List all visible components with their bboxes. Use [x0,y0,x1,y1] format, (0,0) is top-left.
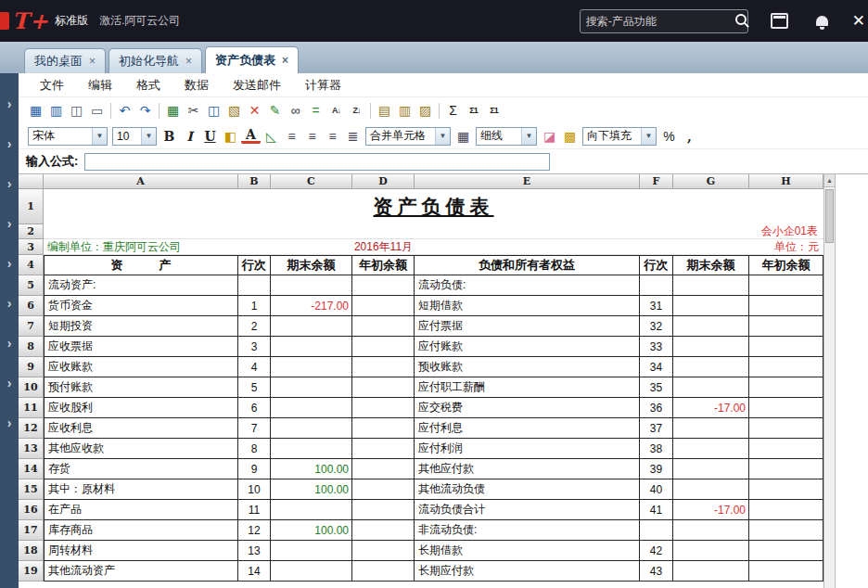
cell-a15[interactable]: 其中：原材料 [44,479,238,500]
row-header-4[interactable]: 4 [19,255,44,275]
row-header-6[interactable]: 6 [19,296,44,316]
cell-d6[interactable] [352,296,415,316]
align-center-icon[interactable]: ≡ [302,127,322,146]
cell-d17[interactable] [352,520,415,541]
cell-a17[interactable]: 库存商品 [44,520,238,541]
cell-e12[interactable]: 应付利息 [415,418,640,439]
cell-g8[interactable] [673,337,749,357]
row-header-19[interactable]: 19 [19,561,44,582]
paste-link-icon[interactable]: ▥ [395,101,415,120]
paste-format-icon[interactable]: ▨ [415,101,435,120]
row-header-11[interactable]: 11 [19,398,44,418]
cell-b17[interactable]: 12 [238,520,271,541]
merge-cells-select[interactable]: 合并单元格▼ [365,127,451,146]
row-header-10[interactable]: 10 [19,377,44,398]
underline-icon[interactable]: U [200,127,220,146]
row-header-13[interactable]: 13 [19,439,44,459]
cell-d12[interactable] [352,418,415,439]
cell-c5[interactable] [271,275,352,296]
cell-f8[interactable]: 33 [640,337,673,357]
cell-d9[interactable] [352,357,415,377]
cell-h8[interactable] [749,337,823,357]
cell-c9[interactable] [271,357,352,377]
select-all-corner[interactable] [19,174,44,189]
redo-icon[interactable]: ↷ [135,101,155,120]
cell-h10[interactable] [749,377,823,398]
cell-c15[interactable]: 100.00 [271,479,352,500]
cell-b11[interactable]: 6 [238,398,271,418]
tab-close-icon[interactable]: × [89,55,96,68]
cell-b15[interactable]: 10 [238,479,271,500]
cell-a13[interactable]: 其他应收款 [44,439,238,459]
cell-b16[interactable]: 11 [238,500,271,520]
cell-b14[interactable]: 9 [238,459,271,479]
cell-f5[interactable] [640,275,673,296]
print-preview-icon[interactable]: ◫ [67,101,86,120]
cell-e11[interactable]: 应交税费 [415,398,640,418]
formula-check-icon[interactable]: = [306,101,326,120]
fill-direction-select[interactable]: 向下填充▼ [582,127,657,146]
row-header-15[interactable]: 15 [19,479,44,500]
expand-chevron-icon[interactable]: › [7,137,12,150]
undo-icon[interactable]: ↶ [115,101,134,120]
table-header-cell[interactable]: 年初余额 [749,255,823,275]
autosum-icon[interactable]: Σ [443,101,463,120]
calendar-icon[interactable] [771,13,788,29]
cell-f13[interactable]: 38 [640,439,673,459]
tab-close-icon[interactable]: × [185,55,192,68]
cell-b9[interactable]: 4 [238,357,271,377]
cell-e9[interactable]: 预收账款 [415,357,640,377]
cell-g9[interactable] [673,357,749,377]
cell-c19[interactable] [271,561,352,582]
column-header-c[interactable]: C [271,174,352,189]
search-box[interactable] [580,9,748,33]
cell-h9[interactable] [749,357,823,377]
tab-my-desktop[interactable]: 我的桌面× [24,48,106,73]
cell-e16[interactable]: 流动负债合计 [415,500,640,520]
cell-b13[interactable]: 8 [238,439,271,459]
cell-b10[interactable]: 5 [238,377,271,398]
align-left-icon[interactable]: ≡ [282,127,301,146]
menu-send-mail[interactable]: 发送邮件 [221,77,293,94]
scrollbar-thumb[interactable] [825,189,834,243]
cell-b12[interactable]: 7 [238,418,271,439]
row-header-5[interactable]: 5 [19,275,44,296]
expand-chevron-icon[interactable]: › [7,177,12,190]
cell-b6[interactable]: 1 [238,296,271,316]
cell-c11[interactable] [271,398,352,418]
cell-h11[interactable] [749,398,823,418]
column-header-e[interactable]: E [415,174,640,189]
cell-f12[interactable]: 37 [640,418,673,439]
paste-special-icon[interactable]: ▤ [375,101,394,120]
cell-f11[interactable]: 36 [640,398,673,418]
cell-d10[interactable] [352,377,415,398]
cell-e10[interactable]: 应付职工薪酬 [415,377,640,398]
cell-a7[interactable]: 短期投资 [44,316,238,337]
cell-g11[interactable]: -17.00 [673,398,749,418]
menu-data[interactable]: 数据 [172,77,221,94]
cell-d18[interactable] [352,541,415,561]
export-excel-icon[interactable]: ▦ [163,101,183,120]
font-select[interactable]: 宋体▼ [28,127,108,146]
sum-rows-icon[interactable]: Σ1 [464,101,483,120]
cell-d15[interactable] [352,479,415,500]
cell-f16[interactable]: 41 [640,500,673,520]
cell-g10[interactable] [673,377,749,398]
cell-g18[interactable] [673,541,749,561]
chevron-down-icon[interactable]: ▼ [435,128,450,145]
cell-g13[interactable] [673,439,749,459]
row-header-12[interactable]: 12 [19,418,44,439]
cell-g6[interactable] [673,296,749,316]
cell-g12[interactable] [673,418,749,439]
cell-c18[interactable] [271,541,352,561]
cell-h18[interactable] [749,541,823,561]
cell-h17[interactable] [749,520,823,541]
cell-d8[interactable] [352,337,415,357]
eraser-icon[interactable]: ◪ [540,127,559,146]
cell-a9[interactable]: 应收账款 [44,357,238,377]
cell-g15[interactable] [673,479,749,500]
cell-a18[interactable]: 周转材料 [44,541,238,561]
scroll-up-button[interactable]: ▲ [824,174,835,187]
menu-format[interactable]: 格式 [124,77,172,94]
table-header-cell[interactable]: 年初余额 [352,255,415,275]
